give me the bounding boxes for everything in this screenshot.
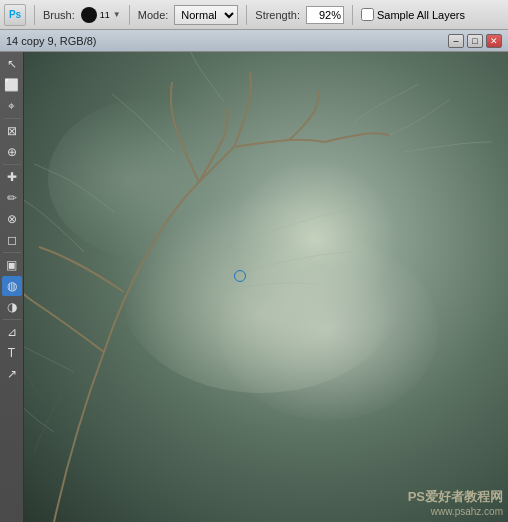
close-button[interactable]: ✕ xyxy=(486,34,502,48)
sample-all-layers-label[interactable]: Sample All Layers xyxy=(361,8,465,21)
tool-gradient[interactable]: ▣ xyxy=(2,255,22,275)
toolbar-separator-4 xyxy=(352,5,353,25)
toolbox-separator-4 xyxy=(3,319,21,320)
strength-input[interactable] xyxy=(306,6,344,24)
strength-label: Strength: xyxy=(255,9,300,21)
toolbox: ↖ ⬜ ⌖ ⊠ ⊕ ✚ ✏ ⊗ ◻ ▣ ◍ ◑ ⊿ T ↗ xyxy=(0,52,24,522)
tool-eyedropper[interactable]: ⊕ xyxy=(2,142,22,162)
window-controls: – □ ✕ xyxy=(448,34,502,48)
tool-lasso[interactable]: ⌖ xyxy=(2,96,22,116)
canvas-area[interactable]: PS爱好者教程网 www.psahz.com xyxy=(24,52,508,522)
minimize-button[interactable]: – xyxy=(448,34,464,48)
watermark: PS爱好者教程网 www.psahz.com xyxy=(408,488,503,517)
toolbar-separator-2 xyxy=(129,5,130,25)
toolbox-separator-1 xyxy=(3,118,21,119)
tool-healing[interactable]: ✚ xyxy=(2,167,22,187)
mode-label: Mode: xyxy=(138,9,169,21)
maximize-button[interactable]: □ xyxy=(467,34,483,48)
tool-clone-stamp[interactable]: ⊗ xyxy=(2,209,22,229)
tool-eraser[interactable]: ◻ xyxy=(2,230,22,250)
window-titlebar: 14 copy 9, RGB/8) – □ ✕ xyxy=(0,30,508,52)
brush-preview-dot xyxy=(81,7,97,23)
toolbar-separator-3 xyxy=(246,5,247,25)
tool-move[interactable]: ↖ xyxy=(2,54,22,74)
tool-dodge[interactable]: ◑ xyxy=(2,297,22,317)
sample-all-layers-text: Sample All Layers xyxy=(377,9,465,21)
brush-dropdown-icon[interactable]: ▼ xyxy=(113,10,121,19)
watermark-url: www.psahz.com xyxy=(431,506,503,517)
top-toolbar: Ps Brush: 11 ▼ Mode: Normal Multiply Scr… xyxy=(0,0,508,30)
main-area: ↖ ⬜ ⌖ ⊠ ⊕ ✚ ✏ ⊗ ◻ ▣ ◍ ◑ ⊿ T ↗ xyxy=(0,52,508,522)
window-title: 14 copy 9, RGB/8) xyxy=(6,35,97,47)
toolbox-separator-3 xyxy=(3,252,21,253)
mode-select[interactable]: Normal Multiply Screen Overlay xyxy=(174,5,238,25)
tool-pen[interactable]: ⊿ xyxy=(2,322,22,342)
tool-blur[interactable]: ◍ xyxy=(2,276,22,296)
toolbar-separator xyxy=(34,5,35,25)
tool-crop[interactable]: ⊠ xyxy=(2,121,22,141)
tool-text[interactable]: T xyxy=(2,343,22,363)
sample-all-layers-checkbox[interactable] xyxy=(361,8,374,21)
branch-artwork xyxy=(24,52,508,522)
brush-size-value: 11 xyxy=(100,10,110,20)
brush-selector[interactable]: 11 ▼ xyxy=(81,7,121,23)
tool-path-select[interactable]: ↗ xyxy=(2,364,22,384)
brush-label: Brush: xyxy=(43,9,75,21)
strength-container xyxy=(306,6,344,24)
tool-brush[interactable]: ✏ xyxy=(2,188,22,208)
toolbox-separator-2 xyxy=(3,164,21,165)
ps-logo-button[interactable]: Ps xyxy=(4,4,26,26)
watermark-title: PS爱好者教程网 xyxy=(408,488,503,506)
tool-marquee[interactable]: ⬜ xyxy=(2,75,22,95)
